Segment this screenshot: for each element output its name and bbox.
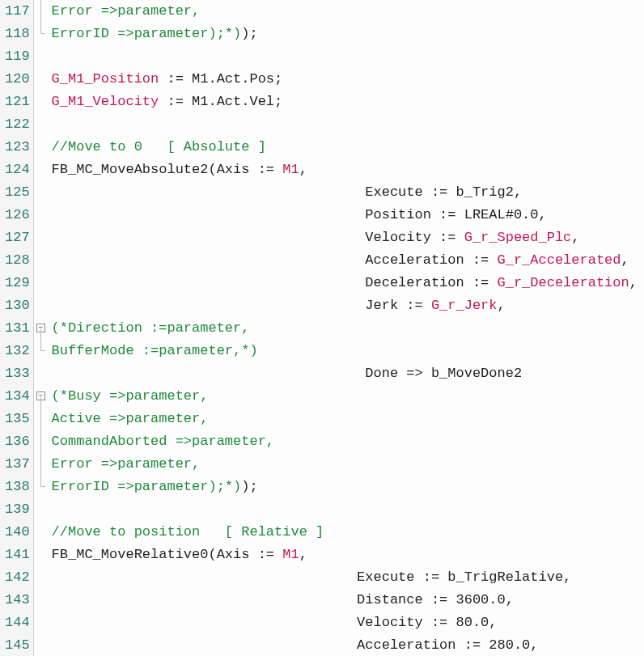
code-line[interactable]: G_M1_Velocity := M1.Act.Vel; <box>52 91 644 113</box>
fold-cell <box>34 272 49 294</box>
fold-cell <box>34 544 49 566</box>
code-line[interactable]: (*Direction :=parameter, <box>52 317 644 340</box>
token-comment: (*Busy =>parameter, <box>52 388 209 404</box>
fold-cell <box>34 430 49 453</box>
fold-cell <box>34 589 49 612</box>
token-text: FB_MC_MoveRelative0(Axis := <box>52 547 283 562</box>
fold-cell <box>34 0 49 23</box>
token-text: , <box>299 162 307 177</box>
code-area[interactable]: Error =>parameter, ErrorID =>parameter);… <box>49 0 644 656</box>
code-line[interactable]: Acceleration := 280.0, <box>52 634 644 656</box>
line-number: 131 <box>0 317 33 340</box>
token-comment: ErrorID =>parameter);*) <box>52 479 242 494</box>
fold-cell <box>34 204 49 226</box>
code-line[interactable] <box>52 45 644 68</box>
fold-cell <box>34 136 49 159</box>
fold-cell <box>34 181 49 204</box>
token-identifier: M1 <box>282 162 299 177</box>
token-comment: BufferMode :=parameter,*) <box>52 343 258 358</box>
fold-cell <box>34 159 49 181</box>
code-line[interactable]: FB_MC_MoveRelative0(Axis := M1, <box>52 544 644 566</box>
code-line[interactable] <box>52 498 644 521</box>
line-number: 120 <box>0 68 33 91</box>
code-line[interactable]: Error =>parameter, <box>52 0 644 23</box>
token-text: Execute := b_TrigRelative, <box>52 569 572 585</box>
fold-cell <box>34 45 49 68</box>
fold-cell <box>34 498 49 521</box>
code-line[interactable]: Deceleration := G_r_Deceleration, <box>52 272 644 294</box>
token-text: Velocity := 80.0, <box>52 615 498 630</box>
token-text: , <box>299 547 307 562</box>
line-number: 122 <box>0 113 33 136</box>
token-text: , <box>629 275 638 290</box>
token-identifier: G_r_Accelerated <box>498 252 621 268</box>
token-comment: (*Direction :=parameter, <box>52 320 250 336</box>
line-number: 129 <box>0 272 33 294</box>
line-number: 132 <box>0 340 33 362</box>
fold-cell <box>34 362 49 385</box>
line-number: 133 <box>0 362 33 385</box>
line-number: 137 <box>0 453 33 476</box>
code-line[interactable]: BufferMode :=parameter,*) <box>52 340 644 362</box>
code-line[interactable] <box>52 113 644 136</box>
token-text: ); <box>241 26 257 41</box>
line-number: 125 <box>0 181 33 204</box>
code-line[interactable]: Distance := 3600.0, <box>52 589 644 612</box>
token-comment: Error =>parameter, <box>52 3 201 19</box>
code-line[interactable]: Acceleration := G_r_Accelerated, <box>52 249 644 272</box>
code-line[interactable]: Execute := b_TrigRelative, <box>52 566 644 589</box>
token-comment: //Move to 0 [ Absolute ] <box>52 139 266 154</box>
fold-cell <box>34 113 49 136</box>
token-text: := M1.Act.Pos; <box>159 71 282 87</box>
fold-cell <box>34 453 49 476</box>
line-number: 145 <box>0 634 33 656</box>
line-number: 119 <box>0 45 33 68</box>
code-line[interactable]: Error =>parameter, <box>52 453 644 476</box>
line-number: 134 <box>0 385 33 408</box>
code-line[interactable]: Execute := b_Trig2, <box>52 181 644 204</box>
code-line[interactable]: Velocity := G_r_Speed_Plc, <box>52 226 644 249</box>
line-number: 139 <box>0 498 33 521</box>
token-identifier: M1 <box>282 547 299 562</box>
code-line[interactable]: ErrorID =>parameter);*)); <box>52 476 644 498</box>
token-text: , <box>571 230 579 245</box>
code-line[interactable]: Position := LREAL#0.0, <box>52 204 644 226</box>
code-line[interactable]: Jerk := G_r_Jerk, <box>52 294 644 317</box>
line-number: 121 <box>0 91 33 113</box>
line-number: 138 <box>0 476 33 498</box>
token-text: Deceleration := <box>52 275 498 290</box>
token-text: Velocity := <box>52 230 464 245</box>
code-line[interactable]: (*Busy =>parameter, <box>52 385 644 408</box>
fold-cell <box>34 23 49 45</box>
fold-cell <box>34 294 49 317</box>
code-line[interactable]: CommandAborted =>parameter, <box>52 430 644 453</box>
fold-cell <box>34 249 49 272</box>
token-comment: ErrorID =>parameter);*) <box>52 26 242 41</box>
token-comment: Error =>parameter, <box>52 456 201 472</box>
code-line[interactable]: Active =>parameter, <box>52 408 644 430</box>
token-identifier: G_M1_Velocity <box>52 94 159 109</box>
line-number: 143 <box>0 589 33 612</box>
token-text: Position := LREAL#0.0, <box>52 207 547 222</box>
code-line[interactable]: G_M1_Position := M1.Act.Pos; <box>52 68 644 91</box>
token-text: Acceleration := <box>52 252 498 268</box>
fold-cell <box>34 566 49 589</box>
code-editor[interactable]: 1171181191201211221231241251261271281291… <box>0 0 644 656</box>
code-line[interactable]: ErrorID =>parameter);*)); <box>52 23 644 45</box>
token-identifier: G_r_Deceleration <box>498 275 629 290</box>
token-text: ); <box>241 479 257 494</box>
token-comment: //Move to position [ Relative ] <box>52 524 324 540</box>
code-line[interactable]: //Move to position [ Relative ] <box>52 521 644 544</box>
code-line[interactable]: Done => b_MoveDone2 <box>52 362 644 385</box>
token-identifier: G_r_Speed_Plc <box>464 230 572 245</box>
code-line[interactable]: FB_MC_MoveAbsolute2(Axis := M1, <box>52 159 644 181</box>
code-line[interactable]: //Move to 0 [ Absolute ] <box>52 136 644 159</box>
line-number: 130 <box>0 294 33 317</box>
token-text: Acceleration := 280.0, <box>52 637 539 653</box>
fold-cell <box>34 91 49 113</box>
line-number: 124 <box>0 159 33 181</box>
fold-cell <box>34 340 49 362</box>
token-text: Execute := b_Trig2, <box>52 184 523 200</box>
token-comment: Active =>parameter, <box>52 411 209 426</box>
code-line[interactable]: Velocity := 80.0, <box>52 612 644 634</box>
